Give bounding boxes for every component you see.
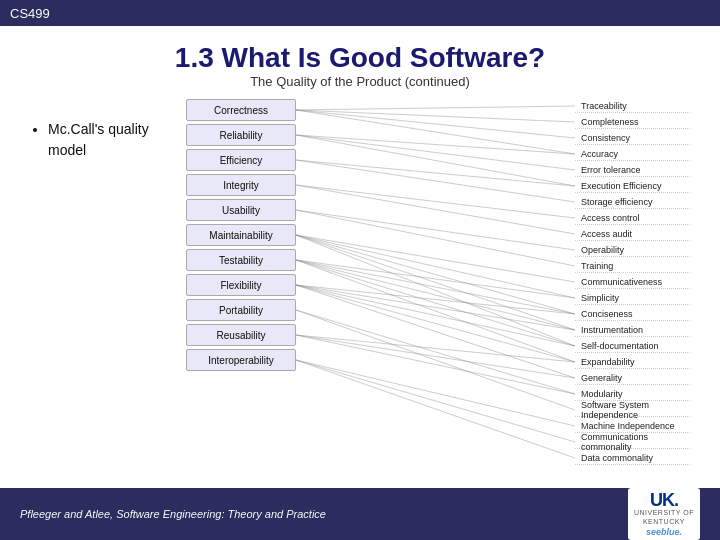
left-box-8: Portability (186, 299, 296, 321)
svg-line-6 (296, 135, 575, 186)
svg-line-22 (296, 260, 575, 362)
svg-line-30 (296, 335, 575, 362)
left-box-2: Efficiency (186, 149, 296, 171)
svg-line-1 (296, 110, 575, 122)
left-box-9: Reusability (186, 324, 296, 346)
right-item-6: Storage efficiency (575, 195, 690, 209)
footer-citation: Pfleeger and Atlee, Software Engineering… (20, 508, 326, 520)
right-item-8: Access audit (575, 227, 690, 241)
svg-line-3 (296, 110, 575, 154)
svg-line-33 (296, 360, 575, 426)
svg-line-25 (296, 285, 575, 346)
svg-line-11 (296, 210, 575, 250)
right-item-13: Conciseness (575, 307, 690, 321)
svg-line-28 (296, 310, 575, 394)
right-item-16: Expandability (575, 355, 690, 369)
svg-line-23 (296, 285, 575, 314)
content-area: Mc.Call's quality model CorrectnessRelia… (30, 99, 690, 465)
svg-line-24 (296, 285, 575, 330)
uk-seeblue: seeblue. (646, 527, 682, 537)
right-item-19: Software System Independence (575, 403, 690, 417)
svg-line-4 (296, 135, 575, 154)
right-item-21: Communications commonality (575, 435, 690, 449)
right-item-15: Self-documentation (575, 339, 690, 353)
footer-logo: UK. UNIVERSITY OFKENTUCKY seeblue. (628, 488, 700, 540)
svg-line-31 (296, 335, 575, 378)
diagram: CorrectnessReliabilityEfficiencyIntegrit… (186, 99, 690, 465)
main-content: 1.3 What Is Good Software? The Quality o… (0, 26, 720, 475)
left-box-7: Flexibility (186, 274, 296, 296)
svg-line-34 (296, 360, 575, 442)
bullet-item: Mc.Call's quality model (48, 119, 170, 161)
svg-line-27 (296, 285, 575, 378)
svg-line-2 (296, 110, 575, 138)
svg-line-13 (296, 235, 575, 282)
left-box-0: Correctness (186, 99, 296, 121)
slide-title: 1.3 What Is Good Software? (30, 42, 690, 74)
svg-line-21 (296, 260, 575, 346)
svg-line-35 (296, 360, 575, 458)
svg-line-20 (296, 260, 575, 330)
left-column: CorrectnessReliabilityEfficiencyIntegrit… (186, 99, 296, 465)
svg-line-9 (296, 185, 575, 218)
svg-line-19 (296, 260, 575, 314)
left-box-5: Maintainability (186, 224, 296, 246)
right-item-22: Data commonality (575, 451, 690, 465)
svg-line-17 (296, 235, 575, 346)
right-column: TraceabilityCompletenessConsistencyAccur… (575, 99, 690, 465)
right-item-4: Error tolerance (575, 163, 690, 177)
svg-line-14 (296, 235, 575, 298)
svg-line-26 (296, 285, 575, 362)
svg-line-12 (296, 210, 575, 266)
right-item-12: Simplicity (575, 291, 690, 305)
left-box-4: Usability (186, 199, 296, 221)
right-item-14: Instrumentation (575, 323, 690, 337)
svg-line-29 (296, 310, 575, 410)
svg-line-8 (296, 160, 575, 202)
right-item-0: Traceability (575, 99, 690, 113)
svg-line-7 (296, 160, 575, 186)
left-box-6: Testability (186, 249, 296, 271)
uk-logo-box: UK. UNIVERSITY OFKENTUCKY seeblue. (628, 488, 700, 540)
right-item-3: Accuracy (575, 147, 690, 161)
right-item-2: Consistency (575, 131, 690, 145)
right-item-9: Operability (575, 243, 690, 257)
left-box-1: Reliability (186, 124, 296, 146)
right-item-1: Completeness (575, 115, 690, 129)
svg-line-5 (296, 135, 575, 170)
svg-line-16 (296, 235, 575, 330)
right-item-7: Access control (575, 211, 690, 225)
uk-logo-text: UK. (650, 491, 678, 509)
connection-lines (294, 99, 578, 465)
svg-line-10 (296, 185, 575, 234)
left-box-10: Interoperability (186, 349, 296, 371)
slide-subtitle: The Quality of the Product (continued) (30, 74, 690, 89)
right-item-5: Execution Efficiency (575, 179, 690, 193)
right-item-17: Generality (575, 371, 690, 385)
svg-line-15 (296, 235, 575, 314)
footer: Pfleeger and Atlee, Software Engineering… (0, 488, 720, 540)
svg-line-0 (296, 106, 575, 110)
right-item-10: Training (575, 259, 690, 273)
course-label: CS499 (10, 6, 50, 21)
svg-line-18 (296, 260, 575, 298)
uk-logo-sub: UNIVERSITY OFKENTUCKY (634, 509, 694, 526)
bullet-section: Mc.Call's quality model (30, 99, 170, 465)
right-item-11: Communicativeness (575, 275, 690, 289)
svg-line-32 (296, 335, 575, 394)
left-box-3: Integrity (186, 174, 296, 196)
top-bar: CS499 (0, 0, 720, 26)
